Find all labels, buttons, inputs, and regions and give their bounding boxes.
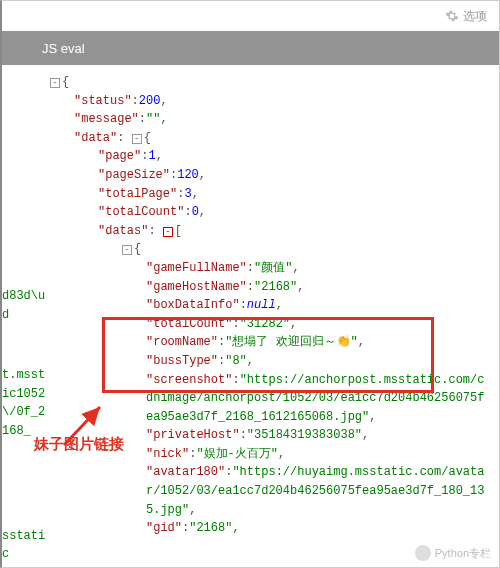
watermark: Python专栏 (415, 545, 491, 561)
topbar: 选项 (2, 1, 499, 31)
collapse-icon[interactable]: - (50, 78, 60, 88)
highlight-box (102, 317, 434, 393)
collapse-icon[interactable]: - (122, 245, 132, 255)
annotation-text: 妹子图片链接 (34, 435, 124, 454)
panel-header: JS eval (2, 31, 499, 65)
watermark-logo-icon (415, 545, 431, 561)
collapse-icon[interactable]: - (132, 134, 142, 144)
gear-icon[interactable] (445, 9, 459, 23)
watermark-text: Python专栏 (435, 546, 491, 561)
options-label[interactable]: 选项 (463, 8, 487, 25)
panel-title: JS eval (42, 41, 85, 56)
collapse-icon[interactable]: - (163, 227, 173, 237)
